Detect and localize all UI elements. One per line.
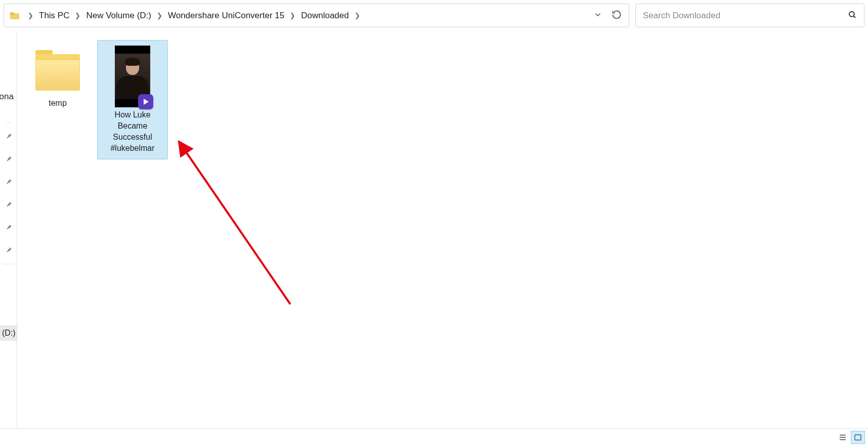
chevron-right-icon: ❯ <box>28 12 33 19</box>
pin-icon[interactable] <box>5 178 13 187</box>
chevron-right-icon: ❯ <box>157 12 162 19</box>
pin-icon[interactable] <box>5 200 13 210</box>
large-icons-view-button[interactable] <box>851 431 865 444</box>
file-name-label: How Luke Became Successful #lukebelmar <box>99 109 166 154</box>
quick-access-pins <box>5 132 13 255</box>
folder-icon <box>9 10 20 21</box>
breadcrumb-item[interactable]: Wondershare UniConverter 15 <box>167 9 285 23</box>
folder-icon <box>32 47 83 96</box>
chevron-right-icon: ❯ <box>290 12 295 19</box>
details-view-button[interactable] <box>836 431 850 444</box>
play-icon <box>138 94 153 109</box>
refresh-button[interactable] <box>612 10 622 21</box>
sidebar-item-label[interactable]: sona <box>0 92 14 102</box>
divider <box>3 264 14 264</box>
breadcrumb: ❯ This PC ❯ New Volume (D:) ❯ Wondershar… <box>23 9 593 23</box>
annotation-arrow <box>174 137 306 319</box>
breadcrumb-item[interactable]: This PC <box>38 9 70 23</box>
pin-icon[interactable] <box>5 155 13 164</box>
navigation-sidebar: sona (D:) <box>0 31 17 428</box>
svg-rect-1 <box>10 12 14 15</box>
svg-line-5 <box>180 143 290 304</box>
pin-icon[interactable] <box>5 223 13 232</box>
status-bar <box>0 428 868 446</box>
svg-line-3 <box>853 16 855 18</box>
pin-icon[interactable] <box>5 132 13 141</box>
breadcrumb-item[interactable]: Downloaded <box>300 9 350 23</box>
pin-icon[interactable] <box>5 246 13 255</box>
address-bar-actions <box>593 10 626 21</box>
search-icon[interactable] <box>848 10 857 21</box>
svg-point-2 <box>849 12 854 17</box>
main-area: sona (D:) <box>0 31 868 428</box>
breadcrumb-item[interactable]: New Volume (D:) <box>85 9 152 23</box>
sidebar-item-drive[interactable]: (D:) <box>0 326 17 341</box>
search-bar[interactable] <box>635 4 864 27</box>
file-list[interactable]: temp How Luke Became Successful #lukebel… <box>17 31 868 428</box>
chevron-right-icon: ❯ <box>355 12 360 19</box>
svg-rect-9 <box>855 435 861 440</box>
file-name-label: temp <box>24 98 92 109</box>
video-file-item[interactable]: How Luke Became Successful #lukebelmar <box>97 40 168 159</box>
chevron-right-icon: ❯ <box>75 12 80 19</box>
history-dropdown-button[interactable] <box>593 10 602 21</box>
search-input[interactable] <box>643 11 848 21</box>
top-toolbar: ❯ This PC ❯ New Volume (D:) ❯ Wondershar… <box>0 0 868 31</box>
folder-item[interactable]: temp <box>22 40 93 114</box>
video-thumbnail <box>115 46 150 107</box>
address-bar[interactable]: ❯ This PC ❯ New Volume (D:) ❯ Wondershar… <box>4 4 629 27</box>
divider <box>6 122 11 123</box>
